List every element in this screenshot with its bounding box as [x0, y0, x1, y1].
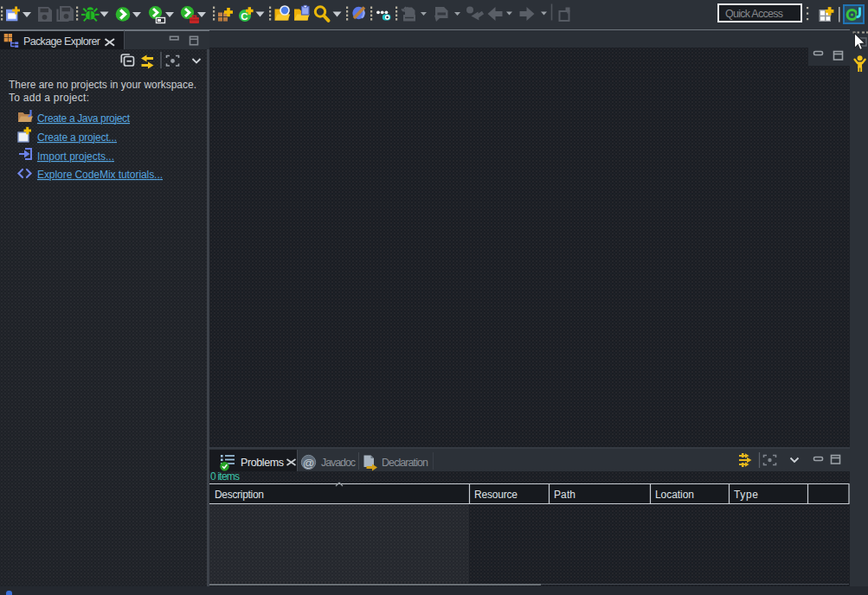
svg-text:C: C	[241, 11, 248, 22]
svg-text:Location: Location	[655, 489, 694, 501]
svg-text:Declaration: Declaration	[382, 457, 428, 469]
svg-text:Javadoc: Javadoc	[321, 457, 356, 469]
svg-text:@: @	[303, 457, 315, 470]
svg-text:Package Explorer: Package Explorer	[23, 35, 100, 48]
svg-text:Problems: Problems	[241, 457, 284, 469]
svg-text:Create a project...: Create a project...	[37, 131, 117, 144]
svg-text:To add a project:: To add a project:	[9, 92, 89, 104]
svg-text:There are no projects in your: There are no projects in your workspace.	[9, 79, 196, 91]
svg-text:Quick Access: Quick Access	[725, 8, 783, 20]
svg-text:Resource: Resource	[474, 489, 518, 501]
svg-text:Explore CodeMix tutorials...: Explore CodeMix tutorials...	[37, 169, 163, 181]
svg-text:Create a Java project: Create a Java project	[37, 112, 131, 125]
svg-text:0 items: 0 items	[210, 470, 240, 483]
svg-text:Type: Type	[734, 489, 758, 501]
svg-text:Import projects...: Import projects...	[37, 150, 114, 163]
svg-text:Path: Path	[554, 489, 575, 501]
svg-text:Description: Description	[215, 489, 264, 501]
